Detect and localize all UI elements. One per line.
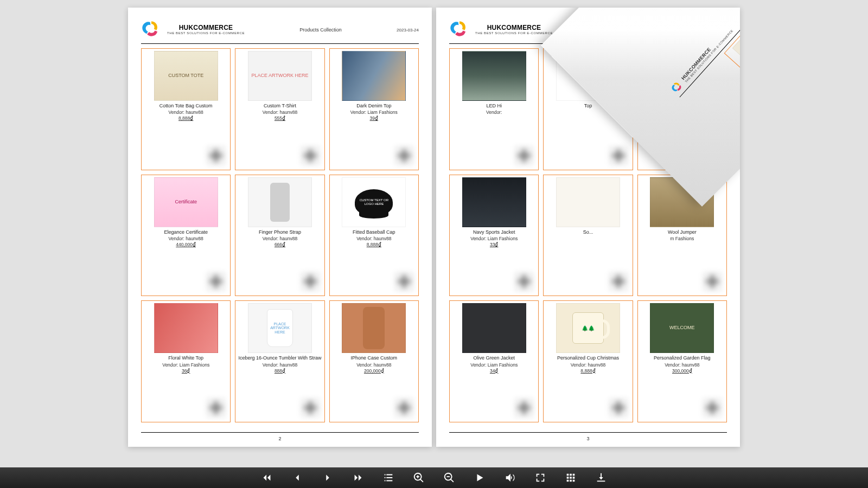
sound-button[interactable]	[503, 471, 517, 485]
product-card[interactable]: LED HiVendor:	[449, 48, 539, 170]
product-name: LED Hi	[486, 103, 502, 108]
product-thumb	[342, 303, 406, 353]
product-name: Iceberg 16-Ounce Tumbler With Straw	[238, 355, 321, 361]
product-price: 33₫	[490, 242, 498, 247]
prev-page-button[interactable]	[290, 471, 304, 485]
product-thumb: CUSTOM TEXT OR LOGO HERE	[342, 177, 406, 227]
product-price: 666₫	[275, 242, 285, 247]
brand-logo-icon	[449, 20, 470, 40]
page-number: 2	[141, 432, 419, 441]
add-icon[interactable]	[609, 272, 628, 291]
product-card[interactable]: So...	[543, 175, 633, 297]
add-icon[interactable]	[394, 398, 414, 418]
product-card[interactable]: IPhone Case CustomVendor: haunv88200,000…	[329, 300, 419, 422]
brand-subtitle: THE BEST SOLUTIONS FOR E-COMMERCE	[167, 31, 245, 35]
product-name: Wool Jumper	[668, 229, 697, 235]
product-thumb	[732, 10, 740, 75]
product-price: 555₫	[275, 115, 285, 121]
product-card[interactable]: 🌲🌲Personalized Cup ChristmasVendor: haun…	[543, 300, 633, 422]
next-page-button[interactable]	[321, 471, 335, 485]
product-price: 8,888₫	[367, 242, 381, 247]
thumbnails-button[interactable]	[564, 471, 578, 485]
product-price: 440,000₫	[176, 242, 196, 247]
product-card[interactable]: CUSTOM TEXT OR LOGO HEREFitted Baseball …	[329, 175, 419, 297]
add-icon[interactable]	[206, 146, 226, 165]
add-icon[interactable]	[301, 398, 320, 418]
product-name: Finger Phone Strap	[259, 229, 301, 235]
product-vendor: Vendor: Liam Fashions	[470, 236, 518, 241]
product-thumb	[462, 303, 526, 353]
product-card[interactable]: T-Shirt Product BaseVendor: haunv8856₫	[637, 48, 727, 170]
product-price: 300,000₫	[672, 368, 692, 374]
page-right[interactable]: HUKCOMMERCE THE BEST SOLUTIONS FOR E-COM…	[436, 8, 740, 447]
product-name: Custom T-Shirt	[264, 103, 296, 108]
product-name: IPhone Case Custom	[351, 355, 398, 361]
add-icon[interactable]	[206, 398, 226, 418]
product-card[interactable]: CUSTOM TOTECotton Tote Bag CustomVendor:…	[141, 48, 231, 170]
product-card[interactable]: Wool Jumperm Fashions	[637, 175, 727, 297]
page-left[interactable]: HUKCOMMERCE THE BEST SOLUTIONS FOR E-COM…	[128, 8, 432, 447]
product-vendor: Vendor: haunv88	[169, 236, 203, 241]
add-icon[interactable]	[703, 146, 722, 165]
product-card[interactable]: Dark Denim TopVendor: Liam Fashions39₫	[329, 48, 419, 170]
add-icon[interactable]	[301, 146, 320, 165]
product-price: 8,888₫	[178, 115, 193, 121]
zoom-out-button[interactable]	[442, 471, 456, 485]
add-icon[interactable]	[394, 146, 414, 165]
product-card[interactable]: Navy Sports JacketVendor: Liam Fashions3…	[449, 175, 539, 297]
fullscreen-button[interactable]	[533, 471, 547, 485]
add-icon[interactable]	[703, 272, 722, 291]
product-vendor: Vendor: haunv88	[263, 110, 297, 115]
product-thumb	[342, 51, 406, 101]
product-card[interactable]: CertificateElegance CertificateVendor: h…	[141, 175, 231, 297]
product-thumb	[556, 51, 620, 101]
add-icon[interactable]	[514, 146, 534, 165]
product-vendor: m Fashions	[670, 236, 694, 241]
add-icon[interactable]	[514, 398, 534, 418]
product-card[interactable]: PLACE ARTWORK HERECustom T-ShirtVendor: …	[235, 48, 324, 170]
product-vendor: Vendor:	[486, 110, 502, 115]
flipbook-stage: HUKCOMMERCE THE BEST SOLUTIONS FOR E-COM…	[0, 0, 868, 467]
product-card[interactable]: Finger Phone StrapVendor: haunv88666₫	[235, 175, 324, 297]
brand-title: HUKCOMMERCE	[475, 24, 553, 31]
product-vendor: Vendor: haunv88	[356, 362, 391, 368]
product-vendor: Vendor: Liam Fashions	[350, 110, 398, 115]
product-name: So...	[583, 229, 593, 235]
product-thumb	[650, 51, 714, 101]
brand-subtitle: THE BEST SOLUTIONS FOR E-COMMERCE	[475, 31, 553, 35]
product-card[interactable]: Olive Green JacketVendor: Liam Fashions3…	[449, 300, 539, 422]
product-name: Dark Denim Top	[356, 103, 391, 108]
page-header: HUKCOMMERCE THE BEST SOLUTIONS FOR E-COM…	[141, 20, 419, 44]
add-icon[interactable]	[394, 272, 414, 291]
collection-title: Products Collection	[553, 27, 705, 33]
product-price: 39₫	[370, 115, 378, 121]
page-header: HUKCOMMERCE THE BEST SOLUTIONS FOR E-COM…	[449, 20, 727, 44]
product-thumb	[154, 303, 218, 353]
product-vendor: Vendor: haunv88	[263, 362, 297, 368]
product-card[interactable]: PLACE ARTWORK HEREIceberg 16-Ounce Tumbl…	[235, 300, 324, 422]
product-name: Olive Green Jacket	[473, 355, 515, 361]
page-spread: HUKCOMMERCE THE BEST SOLUTIONS FOR E-COM…	[128, 8, 740, 447]
flipbook-toolbar	[0, 467, 868, 488]
first-page-button[interactable]	[260, 471, 274, 485]
play-button[interactable]	[473, 471, 487, 485]
add-icon[interactable]	[703, 398, 722, 418]
product-card[interactable]: Top	[543, 48, 633, 170]
toc-button[interactable]	[381, 471, 395, 485]
add-icon[interactable]	[206, 272, 226, 291]
product-name: Top	[584, 103, 592, 108]
add-icon[interactable]	[301, 272, 320, 291]
product-vendor: Vendor: haunv88	[571, 362, 605, 368]
download-button[interactable]	[594, 471, 608, 485]
product-thumb	[650, 177, 714, 227]
add-icon[interactable]	[514, 272, 534, 291]
brand-logo-icon	[141, 20, 162, 40]
last-page-button[interactable]	[351, 471, 365, 485]
product-card[interactable]: WELCOMEPersonalized Garden FlagVendor: h…	[637, 300, 727, 422]
zoom-in-button[interactable]	[412, 471, 426, 485]
product-card[interactable]: Floral White TopVendor: Liam Fashions36₫	[141, 300, 231, 422]
page-date: 2023-03-24	[705, 28, 727, 33]
add-icon[interactable]	[609, 146, 628, 165]
add-icon[interactable]	[609, 398, 628, 418]
brand-title: HUKCOMMERCE	[167, 24, 245, 31]
